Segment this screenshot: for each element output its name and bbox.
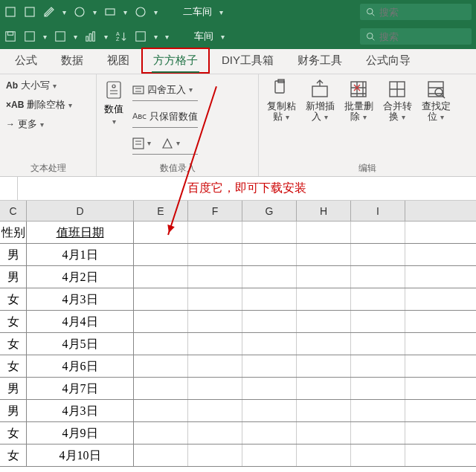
sort-icon[interactable]: AZ	[115, 30, 127, 42]
cell[interactable]: 4月6日	[27, 355, 134, 377]
cell[interactable]	[134, 266, 188, 288]
cell[interactable]: 4月5日	[27, 333, 134, 355]
spreadsheet-grid[interactable]: CDEFGHI 性别值班日期男4月1日男4月2日女4月3日女4月4日女4月5日女…	[0, 201, 476, 467]
cell[interactable]	[297, 266, 351, 288]
bar-chart-icon[interactable]	[85, 30, 97, 42]
cell[interactable]	[297, 244, 351, 265]
cell[interactable]: 男	[0, 244, 27, 265]
num-extra-button[interactable]: ▾ ▾	[132, 132, 198, 155]
cell[interactable]	[134, 311, 188, 332]
cell[interactable]	[351, 266, 405, 288]
cell[interactable]	[134, 422, 188, 444]
cell[interactable]: 4月7日	[27, 378, 134, 399]
search-input-1[interactable]	[379, 7, 466, 18]
cell[interactable]	[134, 333, 188, 355]
edit-btn-查找定[interactable]: 查找定位 ▾	[419, 79, 452, 123]
num-main-button[interactable]: 数值 ▾	[103, 79, 125, 155]
col-header-H[interactable]: H	[297, 201, 351, 221]
cell[interactable]	[188, 378, 242, 399]
edit-btn-批量删[interactable]: 批量删除 ▾	[342, 79, 375, 123]
cell[interactable]	[242, 400, 297, 421]
cell[interactable]: 女	[0, 311, 27, 332]
cell[interactable]: 性别	[0, 222, 27, 243]
cell[interactable]	[188, 222, 242, 243]
tab-数据[interactable]: 数据	[49, 48, 95, 74]
edit-icon[interactable]	[43, 6, 55, 18]
rect-icon[interactable]	[24, 30, 36, 42]
cell[interactable]: 值班日期	[27, 222, 134, 243]
cell[interactable]	[297, 422, 351, 444]
cell[interactable]: 男	[0, 266, 27, 288]
cell[interactable]	[134, 444, 188, 466]
cell[interactable]	[297, 378, 351, 399]
save-icon[interactable]	[4, 30, 16, 42]
col-header-D[interactable]: D	[27, 201, 134, 221]
cell[interactable]	[188, 422, 242, 444]
cell[interactable]	[351, 311, 405, 332]
tab-DIY工具箱[interactable]: DIY工具箱	[210, 48, 286, 74]
cell[interactable]: 男	[0, 400, 27, 421]
tab-公式向导[interactable]: 公式向导	[354, 48, 422, 74]
cell[interactable]	[242, 333, 297, 355]
keep-num-button[interactable]: Aʙᴄ 只保留数值	[132, 106, 198, 128]
edit-btn-合并转[interactable]: 合并转换 ▾	[381, 79, 414, 123]
cell[interactable]	[351, 444, 405, 466]
text-tool-更多[interactable]: → 更多 ▾	[6, 117, 90, 131]
cell[interactable]	[134, 378, 188, 399]
cell[interactable]	[188, 333, 242, 355]
rect-icon[interactable]	[104, 6, 116, 18]
cell[interactable]	[134, 244, 188, 265]
cell[interactable]	[297, 311, 351, 332]
cell[interactable]	[188, 444, 242, 466]
cell[interactable]	[134, 222, 188, 243]
cell[interactable]: 4月3日	[27, 400, 134, 421]
rect-icon[interactable]	[135, 30, 147, 42]
rect-icon[interactable]	[54, 30, 66, 42]
cell[interactable]	[351, 222, 405, 243]
cell[interactable]	[242, 244, 297, 265]
cell[interactable]	[242, 288, 297, 310]
col-header-C[interactable]: C	[0, 201, 27, 221]
cell[interactable]: 4月1日	[27, 244, 134, 265]
cell[interactable]	[351, 378, 405, 399]
cell[interactable]	[242, 311, 297, 332]
text-tool-删除空格[interactable]: ×AB 删除空格 ▾	[6, 98, 90, 111]
cell[interactable]	[134, 400, 188, 421]
cell[interactable]	[242, 444, 297, 466]
cell[interactable]	[297, 355, 351, 377]
cell[interactable]	[297, 222, 351, 243]
cell[interactable]	[297, 400, 351, 421]
name-box[interactable]	[0, 177, 18, 200]
cell[interactable]	[297, 333, 351, 355]
search-box-1[interactable]	[360, 4, 472, 20]
tab-方方格子[interactable]: 方方格子	[141, 48, 210, 74]
cell[interactable]: 4月10日	[27, 444, 134, 466]
cell[interactable]: 女	[0, 288, 27, 310]
cell[interactable]	[351, 333, 405, 355]
cell[interactable]: 女	[0, 444, 27, 466]
col-header-I[interactable]: I	[351, 201, 405, 221]
edit-btn-复制粘[interactable]: 复制粘贴 ▾	[265, 79, 298, 123]
edit-btn-新增插[interactable]: 新增插入 ▾	[303, 79, 336, 123]
cell[interactable]	[242, 378, 297, 399]
text-tool-大小写[interactable]: Ab 大小写 ▾	[6, 79, 90, 92]
cell[interactable]	[134, 288, 188, 310]
cell[interactable]	[242, 422, 297, 444]
cell[interactable]	[188, 355, 242, 377]
round-button[interactable]: 四舍五入 ▾	[132, 79, 198, 101]
cell[interactable]	[134, 355, 188, 377]
cell[interactable]: 女	[0, 355, 27, 377]
cell[interactable]	[297, 288, 351, 310]
cell[interactable]: 4月9日	[27, 422, 134, 444]
tab-财务工具[interactable]: 财务工具	[286, 48, 354, 74]
tab-公式[interactable]: 公式	[3, 48, 49, 74]
rect-icon[interactable]	[24, 6, 36, 18]
cell[interactable]	[188, 266, 242, 288]
cell[interactable]	[351, 355, 405, 377]
cell[interactable]	[188, 400, 242, 421]
cell[interactable]	[242, 355, 297, 377]
cell[interactable]	[188, 311, 242, 332]
cell[interactable]	[242, 266, 297, 288]
circle-icon[interactable]	[135, 6, 147, 18]
cell[interactable]: 女	[0, 422, 27, 444]
